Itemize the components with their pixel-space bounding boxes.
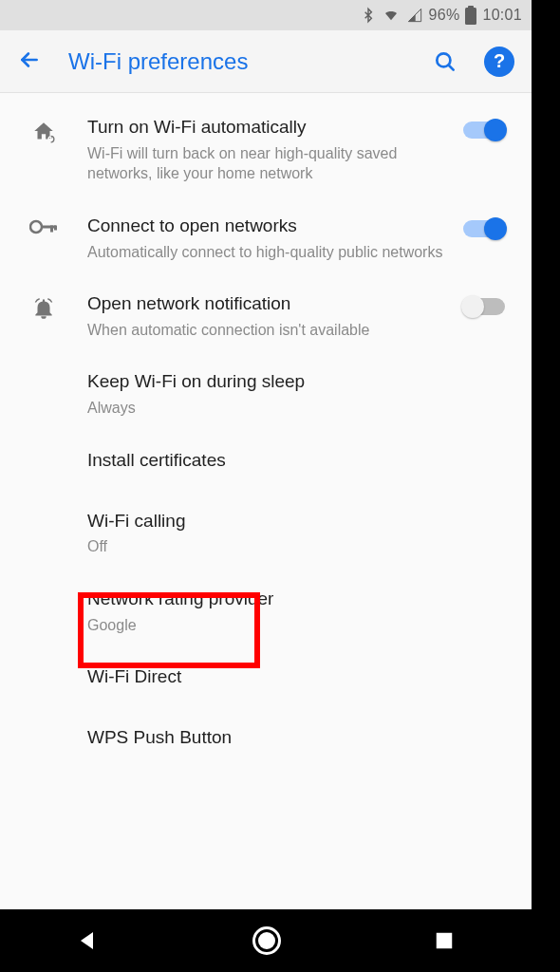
setting-title: Install certificates (87, 449, 444, 473)
home-icon (0, 116, 87, 144)
clock: 10:01 (482, 7, 522, 24)
back-button[interactable] (17, 47, 42, 76)
screenshot-right-black-edge (532, 0, 560, 972)
setting-wifi-calling[interactable]: Wi-Fi calling Off (0, 495, 532, 572)
setting-subtitle: Wi-Fi will turn back on near high-qualit… (87, 143, 444, 184)
nav-home-button[interactable] (252, 926, 281, 955)
bell-icon (0, 292, 87, 321)
nav-recents-button[interactable] (434, 930, 455, 951)
setting-title: WPS Push Button (87, 726, 444, 750)
settings-list: Turn on Wi-Fi automatically Wi-Fi will t… (0, 93, 532, 909)
setting-subtitle: Off (87, 536, 444, 557)
setting-open-notification[interactable]: Open network notification When automatic… (0, 277, 532, 355)
setting-subtitle: When automatic connection isn't availabl… (87, 320, 444, 341)
cell-signal-icon (406, 8, 423, 23)
svg-rect-6 (50, 225, 53, 232)
setting-title: Keep Wi-Fi on during sleep (87, 370, 444, 394)
setting-subtitle: Automatically connect to high-quality pu… (87, 242, 444, 263)
setting-title: Wi-Fi Direct (87, 665, 444, 689)
setting-keep-wifi-sleep[interactable]: Keep Wi-Fi on during sleep Always (0, 355, 532, 433)
bluetooth-icon (361, 7, 376, 24)
battery-icon (465, 6, 476, 25)
setting-title: Wi-Fi calling (87, 510, 444, 533)
open-notification-toggle[interactable] (463, 298, 505, 315)
svg-rect-1 (468, 6, 474, 9)
setting-wps-push[interactable]: WPS Push Button (0, 711, 532, 772)
setting-title: Connect to open networks (87, 215, 444, 238)
setting-install-certificates[interactable]: Install certificates (0, 434, 532, 495)
connect-open-toggle[interactable] (463, 220, 505, 237)
wifi-icon (382, 8, 401, 23)
setting-rating-provider[interactable]: Network rating provider Google (0, 572, 532, 650)
setting-subtitle: Google (87, 615, 444, 636)
svg-rect-7 (54, 225, 57, 230)
setting-connect-open[interactable]: Connect to open networks Automatically c… (0, 199, 532, 277)
setting-title: Network rating provider (87, 588, 444, 611)
status-bar: 96% 10:01 (0, 0, 532, 30)
nav-back-button[interactable] (77, 929, 100, 952)
key-icon (0, 215, 87, 235)
setting-wifi-direct[interactable]: Wi-Fi Direct (0, 650, 532, 711)
setting-subtitle: Always (87, 398, 444, 419)
battery-percent: 96% (429, 7, 460, 24)
device-frame: 96% 10:01 Wi-Fi preferences ? Turn on Wi… (0, 0, 532, 972)
svg-point-4 (30, 221, 42, 233)
setting-title: Turn on Wi-Fi automatically (87, 116, 444, 140)
page-title: Wi-Fi preferences (68, 48, 406, 75)
search-button[interactable] (433, 49, 457, 74)
system-nav-bar (0, 909, 532, 972)
auto-wifi-toggle[interactable] (463, 122, 505, 139)
app-bar: Wi-Fi preferences ? (0, 30, 532, 93)
svg-rect-5 (41, 225, 56, 228)
svg-rect-8 (437, 933, 453, 949)
svg-rect-0 (465, 8, 476, 25)
help-button[interactable]: ? (484, 47, 514, 77)
setting-title: Open network notification (87, 292, 444, 316)
setting-auto-wifi[interactable]: Turn on Wi-Fi automatically Wi-Fi will t… (0, 101, 532, 199)
